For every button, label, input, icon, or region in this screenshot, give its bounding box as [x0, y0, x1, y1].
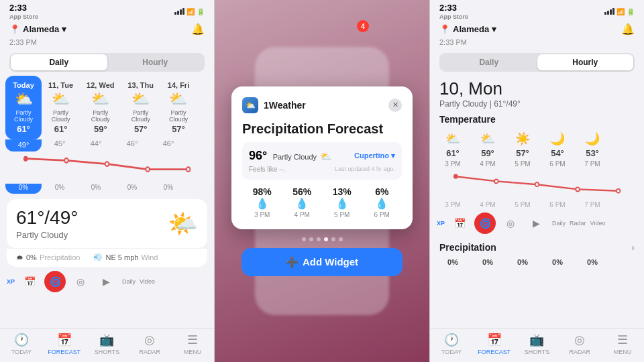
dot-1[interactable] [302, 237, 306, 241]
low-thu: 46° [114, 139, 150, 152]
day-high-tue: 61° [54, 124, 68, 134]
play-toolbar-icon[interactable]: ▶ [95, 271, 117, 292]
precip-val-4: 0% [540, 258, 575, 266]
forecast-day-fri[interactable]: 14, Fri ⛅ PartlyCloudy 57° [160, 76, 197, 139]
radar-toolbar-icon-right[interactable]: 🌀 [474, 213, 496, 234]
main-desc-left: Partly Cloudy [16, 230, 78, 240]
pin-icon-right: 📍 [439, 24, 450, 34]
main-weather-card-left: 61°/49° Partly Cloudy 🌤️ [7, 199, 207, 248]
nav-today-right[interactable]: 🕐 TODAY [430, 333, 473, 355]
nav-forecast-left[interactable]: 📅 FORECAST [43, 333, 86, 355]
widget-feels-like: Feels like --. [249, 166, 285, 173]
stats-row-left: 🌧 0% Precipitation 💨 NE 5 mph Wind [7, 248, 207, 267]
time-4pm: 4 PM [282, 211, 323, 219]
plus-icon: ➕ [286, 256, 299, 268]
nav-today-left[interactable]: 🕐 TODAY [0, 333, 43, 355]
nav-radar-right[interactable]: ◎ RADAR [558, 333, 601, 355]
svg-point-4 [186, 167, 191, 172]
day-high-fri: 57° [172, 124, 185, 134]
rain-6pm-icon: 💧 [362, 197, 402, 210]
toolbar-left: XP 📅 🌀 ◎ ▶ Daily Video [0, 267, 214, 296]
bottom-nav-left: 🕐 TODAY 📅 FORECAST 📺 SHORTS ◎ RADAR ☰ ME… [0, 328, 214, 362]
precip-val-1: 0% [435, 258, 470, 266]
status-bar-right: 2:33 App Store 📶 🔋 [430, 0, 644, 21]
tab-hourly-right[interactable]: Hourly [537, 54, 634, 70]
pct-5pm: 13% [322, 186, 362, 197]
hour-7pm: 🌙 53° 7 PM [575, 127, 610, 172]
tab-daily-right[interactable]: Daily [441, 54, 537, 70]
temp-5pm: 57° [516, 148, 529, 158]
forecast-day-tue[interactable]: 11, Tue ⛅ PartlyCloudy 61° [42, 76, 80, 139]
nav-radar-left[interactable]: ◎ RADAR [128, 333, 171, 355]
nav-menu-right[interactable]: ☰ MENU [601, 333, 644, 355]
daily-toolbar-icon-right[interactable]: 📅 [449, 213, 470, 234]
xp-label-right: XP [437, 220, 445, 227]
nav-shorts-left[interactable]: 📺 SHORTS [86, 333, 129, 355]
play-toolbar-icon-right[interactable]: ▶ [525, 213, 547, 234]
time-5pm: 5 PM [322, 211, 362, 219]
precip-unit: Precipitation [40, 253, 80, 261]
pin-icon: 📍 [9, 24, 20, 34]
precip-row-left: 0% 0% 0% 0% 0% [0, 184, 214, 194]
target-toolbar-icon[interactable]: ◎ [70, 271, 91, 292]
add-widget-button[interactable]: ➕ Add Widget [241, 248, 402, 276]
time-label-bottom-3pm: 3 PM [435, 201, 470, 208]
forecast-day-today[interactable]: Today ⛅ PartlyCloudy 61° [5, 76, 42, 139]
target-toolbar-icon-right[interactable]: ◎ [500, 213, 521, 234]
daily-toolbar-icon[interactable]: 📅 [19, 271, 40, 292]
status-bar-left: 2:33 App Store 📶 🔋 [0, 0, 214, 21]
hour-5pm: ☀️ 57° 5 PM [505, 127, 540, 172]
icon-5pm: ☀️ [515, 131, 530, 146]
widget-city[interactable]: Cupertino ▾ [354, 152, 395, 160]
day-icon-thu: ⛅ [131, 90, 150, 108]
today-nav-label-right: TODAY [441, 349, 462, 355]
tab-hourly-left[interactable]: Hourly [107, 54, 204, 70]
radar-toolbar-icon[interactable]: 🌀 [44, 271, 66, 292]
forecast-day-wed[interactable]: 12, Wed ⛅ PartlyCloudy 59° [80, 76, 121, 139]
battery-icon-right: 🔋 [627, 8, 635, 15]
bell-icon-right[interactable]: 🔔 [621, 23, 635, 36]
nav-shorts-right[interactable]: 📺 SHORTS [516, 333, 559, 355]
svg-point-1 [64, 158, 68, 163]
current-time-right: 2:33 PM [430, 38, 644, 49]
widget-condition: Partly Cloudy [273, 153, 317, 161]
time-3pm: 3 PM [242, 211, 282, 219]
dot-4[interactable] [324, 237, 328, 241]
time-label-bottom-7pm: 7 PM [575, 201, 610, 208]
store-label-left: App Store [9, 13, 38, 20]
wind-stat: 💨 NE 5 mph Wind [93, 253, 158, 261]
dot-3[interactable] [317, 237, 321, 241]
forecast-day-thu[interactable]: 13, Thu ⛅ PartlyCloudy 57° [121, 76, 160, 139]
precip-tue: 0% [42, 184, 78, 194]
svg-point-9 [616, 189, 621, 193]
segment-control-right: Daily Hourly [439, 53, 635, 72]
day-label-fri: 14, Fri [168, 81, 189, 89]
low-tue: 45° [42, 139, 78, 152]
wifi-icon-right: 📶 [616, 8, 625, 15]
nav-menu-left[interactable]: ☰ MENU [171, 333, 214, 355]
tab-daily-left[interactable]: Daily [11, 54, 107, 70]
day-label-tue: 11, Tue [48, 81, 73, 89]
dot-5[interactable] [331, 237, 335, 241]
chevron-down-icon[interactable]: ▾ [62, 24, 66, 34]
nav-forecast-right[interactable]: 📅 FORECAST [473, 333, 516, 355]
widget-app-name: 1Weather [264, 100, 306, 111]
rain-3pm-icon: 💧 [242, 197, 282, 210]
widget-app-icon: ⛅ [242, 97, 258, 113]
precip-bar-row: 0% 0% 0% 0% 0% [430, 255, 644, 266]
day-icon-fri: ⛅ [169, 90, 187, 108]
today-nav-label-left: TODAY [11, 349, 32, 355]
shorts-nav-icon-left: 📺 [99, 333, 114, 347]
day-label-wed: 12, Wed [87, 81, 114, 89]
widget-precip-3pm: 98% 💧 3 PM [242, 186, 282, 219]
radar-nav-label-left: RADAR [140, 349, 161, 355]
day-icon-tue: ⛅ [52, 90, 70, 108]
dot-2[interactable] [309, 237, 313, 241]
day-desc-fri: PartlyCloudy [169, 109, 188, 123]
dot-6[interactable] [339, 237, 343, 241]
chevron-down-icon-right[interactable]: ▾ [492, 24, 496, 34]
widget-close-button[interactable]: ✕ [388, 99, 402, 112]
day-high-thu: 57° [134, 124, 148, 134]
bell-icon-left[interactable]: 🔔 [191, 23, 205, 36]
current-time-left: 2:33 PM [0, 38, 214, 49]
